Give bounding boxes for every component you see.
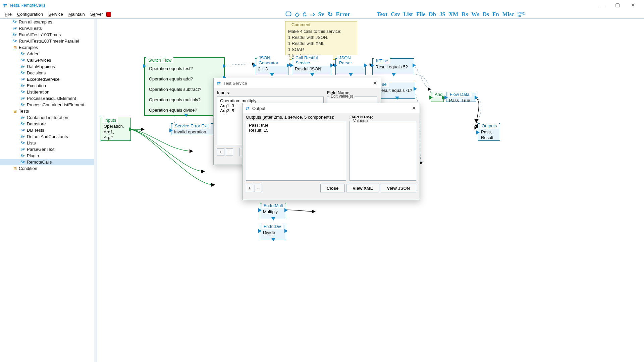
tree-item[interactable]: SvListIteration — [0, 89, 97, 95]
view-json-button[interactable]: View JSON — [381, 184, 416, 192]
node-ifelse-1[interactable]: If/Else Result equals 5? — [372, 58, 414, 75]
tree-item[interactable]: SvLists — [0, 140, 97, 146]
port-in-icon[interactable] — [334, 63, 337, 67]
tree-item[interactable]: SvAdder — [0, 51, 97, 57]
port-in-icon[interactable] — [169, 128, 173, 132]
toolbar-js[interactable]: JS — [439, 11, 445, 18]
tree-item[interactable]: ⊞Examples — [0, 44, 97, 51]
switch-case[interactable]: Operation equals subtract? — [145, 84, 224, 95]
toolbar-csv[interactable]: Csv — [391, 11, 400, 18]
tree-item[interactable]: SvRunAllTests100TimesInParallel — [0, 38, 97, 44]
toolbar-text[interactable]: Text — [377, 11, 388, 18]
tree-item[interactable]: SvExecution — [0, 82, 97, 89]
dialog-titlebar[interactable]: ⇄ Output ✕ — [243, 103, 420, 113]
node-json-parser[interactable]: JSON Parser — [335, 58, 366, 75]
node-outputs[interactable]: Outputs Pass, Result — [478, 123, 500, 141]
port-out-icon[interactable] — [392, 73, 396, 76]
toolbar-list[interactable]: List — [404, 11, 413, 18]
toolbar-monitor-icon[interactable]: 🖵 — [285, 11, 291, 18]
view-xml-button[interactable]: View XML — [346, 184, 379, 192]
port-out-icon[interactable] — [270, 73, 274, 76]
output-row[interactable]: Pass: true — [249, 123, 343, 128]
port-in-icon[interactable] — [371, 63, 374, 67]
switch-case[interactable]: Operation equals multiply? — [145, 95, 224, 105]
tree-item[interactable]: SvRemoteCalls — [0, 159, 97, 165]
toolbar-branch-icon[interactable]: ⎌ — [303, 11, 307, 18]
tree-item[interactable]: SvDataMappings — [0, 63, 97, 70]
node-comment[interactable]: Comment Make 4 calls to this service: 1 … — [285, 21, 357, 60]
window-maximize-icon[interactable]: ▢ — [610, 2, 625, 8]
toolbar-sv[interactable]: Sv — [318, 11, 324, 18]
port-out-icon[interactable] — [414, 87, 417, 91]
port-in-icon[interactable] — [258, 229, 262, 233]
toolbar-arrow-icon[interactable]: ⇒ — [310, 11, 315, 18]
port-out-icon[interactable] — [271, 217, 275, 221]
toolbar-ds[interactable]: Ds — [483, 11, 489, 18]
port-out-icon[interactable] — [475, 96, 478, 100]
node-fn-intdiv[interactable]: Fn:IntDiv Divide — [260, 224, 286, 240]
output-row[interactable]: Result: 15 — [249, 128, 343, 133]
tree-item[interactable]: SvDB Tests — [0, 127, 97, 133]
toolbar-db[interactable]: Db — [429, 11, 436, 18]
node-fn-intmult[interactable]: Fn:IntMult Multiply — [260, 203, 286, 219]
node-and[interactable]: And — [431, 92, 444, 102]
tree-item[interactable]: SvRun all examples — [0, 19, 97, 25]
node-ifelse-2[interactable]: se esult equals -1? — [378, 82, 415, 99]
tree-item[interactable]: SvProcessContainerListElement — [0, 102, 97, 108]
input-row[interactable]: Operation: multiply — [220, 98, 321, 103]
node-call-restful[interactable]: Call Restful Service Restful JSON — [292, 58, 332, 75]
dialog-titlebar[interactable]: ⇄ Test Service ✕ — [214, 78, 381, 88]
add-button[interactable]: + — [246, 185, 253, 192]
port-in-icon[interactable] — [253, 63, 257, 67]
port-out-icon[interactable] — [129, 127, 132, 131]
toolbar-rs[interactable]: Rs — [462, 11, 468, 18]
node-switch-flow[interactable]: Switch Flow Operation equals test? Opera… — [144, 57, 225, 116]
flow-canvas[interactable]: Comment Make 4 calls to this service: 1 … — [97, 19, 644, 362]
port-out-icon[interactable] — [413, 63, 416, 67]
tree-item[interactable]: SvDefaultAndConstants — [0, 133, 97, 140]
port-in-icon[interactable] — [143, 64, 146, 68]
switch-case[interactable]: Operation equals test? — [145, 63, 224, 74]
node-flow-data[interactable]: Flow Data Pass=True — [446, 92, 476, 102]
toolbar-ws[interactable]: Ws — [471, 11, 479, 18]
port-out-icon[interactable] — [287, 63, 290, 67]
remove-button[interactable]: − — [255, 185, 262, 192]
toolbar-plugin[interactable]: PlugIn — [518, 11, 525, 17]
toolbar-fn[interactable]: Fn — [492, 11, 499, 18]
port-out-icon[interactable] — [310, 73, 314, 76]
tree-item[interactable]: ⊞Condition — [0, 165, 97, 172]
dialog-output[interactable]: ⇄ Output ✕ Outputs (after 2ms, 1 service… — [242, 103, 420, 200]
port-out-icon[interactable] — [284, 229, 288, 233]
port-in-icon[interactable] — [290, 63, 293, 67]
port-out-icon[interactable] — [349, 73, 353, 76]
port-out-icon[interactable] — [330, 63, 334, 67]
add-button[interactable]: + — [217, 148, 224, 156]
tree-item[interactable]: SvCallServices — [0, 57, 97, 63]
tree-item[interactable]: SvPlugin — [0, 153, 97, 159]
port-in-icon[interactable] — [444, 96, 448, 100]
window-minimize-icon[interactable]: — — [594, 2, 610, 8]
tree-item[interactable]: SvRunAllTests — [0, 25, 97, 32]
toolbar-file[interactable]: File — [416, 11, 425, 18]
tree-item[interactable]: SvParseGenText — [0, 146, 97, 153]
tree-item[interactable]: ⊞Tests — [0, 108, 97, 114]
port-in-icon[interactable] — [476, 130, 480, 134]
project-tree[interactable]: SvRun all examplesSvRunAllTestsSvRunAllT… — [0, 19, 97, 362]
toolbar-error[interactable]: Error — [336, 11, 350, 18]
port-out-icon[interactable] — [223, 64, 226, 68]
menu-service[interactable]: Service — [46, 11, 65, 17]
node-service-error[interactable]: Service Error Exit Invalid operation — [171, 123, 218, 135]
remove-button[interactable]: − — [226, 148, 233, 156]
toolbar-refresh-icon[interactable]: ↻ — [328, 11, 333, 18]
port-out-icon[interactable] — [364, 63, 367, 67]
port-out-icon[interactable] — [271, 238, 275, 241]
dialog-close-icon[interactable]: ✕ — [412, 105, 416, 111]
dialog-close-icon[interactable]: ✕ — [373, 80, 377, 86]
port-in-icon[interactable] — [429, 96, 433, 100]
toolbar-diamond-icon[interactable]: ◇ — [295, 11, 300, 18]
record-indicator-icon[interactable] — [106, 12, 111, 17]
node-json-generator[interactable]: JSON Generator 2 + 3 — [255, 58, 288, 75]
node-inputs[interactable]: Inputs Operation, Arg1, Arg2 — [101, 118, 131, 141]
window-close-icon[interactable]: ✕ — [625, 2, 641, 8]
tree-item[interactable]: SvContainerListIteration — [0, 114, 97, 121]
